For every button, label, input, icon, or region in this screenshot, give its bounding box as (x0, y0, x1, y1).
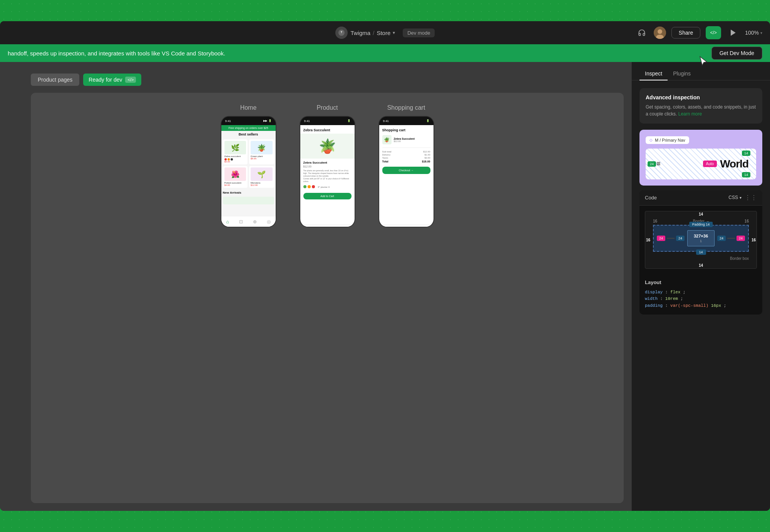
main-content: Product pages Ready for dev </> Home 9:4… (0, 62, 770, 511)
width-colon: : (660, 296, 665, 301)
breadcrumb-project: Store (377, 30, 390, 36)
home-nav-search: ⊡ (239, 219, 243, 224)
product-header: Zebra Succulent (300, 125, 355, 134)
cart-subtotal-row: Sub-total $12.00 (382, 150, 430, 153)
taxes-label: Taxes (382, 157, 388, 159)
padding-var: var(-spc-small) (670, 303, 708, 308)
zoom-indicator[interactable]: 100% ▾ (745, 30, 762, 36)
code-button[interactable]: </> (706, 26, 721, 39)
home-phone-section: Home 9:41 ▶▶ 🔋 Free shipping on orders (221, 104, 276, 228)
dot-dark (231, 158, 233, 161)
cart-item-name: Zebra Succulent (394, 137, 430, 140)
padding-left-badge: 24 (676, 236, 685, 241)
content-spacing-row: 1 (694, 239, 708, 243)
product-phone-frame: 9:41 🔋 Zebra Succulent 🪴 Zebra Succulent (300, 116, 355, 228)
product-plant-icon: 🪴 (319, 138, 336, 154)
code-panel: Code CSS ▾ ⋮⋮ (639, 190, 762, 315)
home-product-1-price: $9.95 (224, 161, 246, 163)
delivery-val: $1.00 (424, 154, 430, 156)
spacing-bottom-number: 14 (699, 263, 703, 268)
product-description: The plants are generally small, less tha… (303, 169, 352, 183)
spacing-right-number: 16 (752, 238, 756, 242)
home-nav-cart: ⊕ (253, 219, 257, 224)
ready-for-dev-tag[interactable]: Ready for dev </> (83, 74, 141, 86)
home-best-sellers-label: Best sellers (221, 131, 276, 138)
add-to-cart-button[interactable]: Add to Cart (303, 193, 352, 199)
color-circles (303, 185, 315, 188)
home-product-4: 🌱 Monstera $12.00 (249, 166, 274, 188)
home-time: 9:41 (225, 119, 231, 123)
app-window: T Twigma / Store ▾ Dev mode (0, 21, 770, 511)
size-row: 8" planter ▾ (303, 185, 352, 188)
taxes-val: $3.00 (424, 157, 430, 159)
home-product-2: 🪴 Green plant $8.95 (249, 139, 274, 164)
code-lang-label: CSS (728, 195, 738, 200)
right-dash (727, 238, 735, 239)
home-product-2-price: $8.95 (251, 157, 273, 160)
spacing-left-number: 16 (646, 238, 650, 242)
home-phone-label: Home (240, 104, 257, 111)
nav-auto-badge: Auto (703, 161, 717, 167)
svg-text:T: T (340, 30, 342, 34)
cart-taxes-row: Taxes $3.00 (382, 156, 430, 159)
ready-for-dev-label: Ready for dev (89, 77, 122, 83)
cart-header: Shopping cart (379, 125, 434, 134)
checkout-button[interactable]: Checkout → (382, 167, 430, 174)
headphones-button[interactable] (635, 26, 648, 39)
component-tag-diamond-icon: ◇ (649, 138, 653, 142)
cart-status-bar: 9:41 🔋 (379, 117, 434, 125)
banner-text: handoff, speeds up inspection, and integ… (8, 50, 762, 57)
home-product-3-price: $4.95 (224, 184, 246, 186)
canvas-area[interactable]: Product pages Ready for dev </> Home 9:4… (0, 62, 631, 511)
learn-more-link[interactable]: Learn more (678, 111, 702, 117)
padding-semi: ; (724, 303, 726, 308)
bottom-border-row: Border box (653, 256, 749, 261)
tab-inspect[interactable]: Inspect (639, 67, 668, 80)
color-red (312, 185, 315, 188)
breadcrumb-dropdown-icon[interactable]: ▾ (393, 30, 395, 35)
home-phone-frame: 9:41 ▶▶ 🔋 Free shipping on orders over $… (221, 116, 276, 228)
display-colon: : (665, 290, 670, 294)
product-phone-label: Product (316, 104, 338, 111)
component-tag[interactable]: ◇ M / Primary Nav (646, 136, 689, 144)
padding-area: Padding 14 14 24 24 (653, 225, 749, 252)
cart-total-row: Total $16.00 (382, 159, 430, 164)
content-size-label: 327×36 (694, 234, 708, 238)
avatar[interactable] (654, 27, 666, 39)
advanced-inspection-text: Get spacing, colors, assets, and code sn… (646, 104, 756, 117)
home-nav-profile: ◎ (267, 219, 271, 224)
figma-logo[interactable]: T (335, 27, 348, 39)
layout-padding-line: padding : var(-spc-small) 16px ; (645, 303, 757, 309)
get-dev-mode-button[interactable]: Get Dev Mode (711, 47, 762, 60)
home-plant-4-icon: 🌱 (257, 170, 266, 179)
spacing-top-number: 14 (699, 212, 703, 216)
product-status-bar: 9:41 🔋 (300, 117, 355, 125)
top-bar-right: Share </> 100% ▾ (635, 26, 762, 39)
product-details: Zebra Succulent $12.00 The plants are ge… (300, 159, 355, 191)
layout-code: display : flex ; width : 10rem ; (645, 289, 757, 309)
zoom-value: 100% (745, 30, 759, 36)
subtotal-val: $12.00 (423, 151, 430, 153)
layout-display-line: display : flex ; (645, 289, 757, 296)
border-label-right: 16 (745, 219, 749, 223)
advanced-inspection-title: Advanced inspection (646, 94, 756, 100)
padding-colon: : (665, 303, 670, 308)
code-panel-menu[interactable]: ⋮⋮ (745, 194, 757, 201)
cart-phone-label: Shopping cart (387, 104, 425, 111)
cart-nav-home: ⌂ (384, 228, 387, 228)
play-button[interactable] (726, 26, 740, 39)
dev-mode-badge: Dev mode (403, 28, 435, 37)
padding-bottom-number: 14 (696, 249, 706, 255)
product-pages-tag[interactable]: Product pages (31, 74, 79, 86)
code-lang-selector[interactable]: CSS ▾ (728, 195, 742, 200)
padding-top-label: Padding 14 (689, 222, 713, 227)
cart-status-icons: 🔋 (426, 119, 430, 122)
tab-plugins[interactable]: Plugins (668, 67, 696, 80)
share-button[interactable]: Share (671, 27, 700, 38)
product-time: 9:41 (304, 119, 310, 123)
size-text: 8" planter ▾ (318, 186, 330, 188)
breadcrumb-company: Twigma (351, 30, 371, 36)
display-semi: ; (683, 290, 686, 294)
nav-world-text: World (720, 158, 748, 170)
product-price: $12.00 (303, 165, 352, 168)
